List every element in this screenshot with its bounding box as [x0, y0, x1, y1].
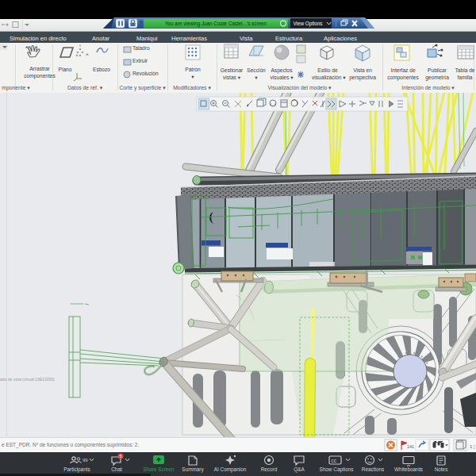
svg-text:You are viewing Juan Cozar Cas: You are viewing Juan Cozar Castel...'s s… [165, 21, 267, 27]
svg-text:cc: cc [332, 458, 337, 463]
svg-text:ado de vista (visual:13E13050): ado de vista (visual:13E13050) [0, 377, 55, 382]
svg-text:Summary: Summary [182, 466, 204, 473]
svg-text:141: 141 [407, 444, 414, 449]
svg-text:Whiteboards: Whiteboards [394, 466, 423, 472]
svg-text:Share Screen: Share Screen [143, 466, 175, 472]
svg-text:Chat: Chat [111, 466, 122, 472]
svg-text:99: 99 [83, 458, 88, 463]
svg-text:Record: Record [261, 466, 278, 472]
svg-text:AI Companion: AI Companion [214, 466, 247, 473]
svg-text:Show Captions: Show Captions [320, 466, 354, 473]
svg-text:Q&A: Q&A [294, 466, 305, 473]
svg-text:Participants: Participants [63, 466, 90, 473]
svg-text:Notes: Notes [435, 466, 448, 472]
svg-text:View Options: View Options [294, 21, 323, 27]
svg-text:1 ¦: 1 ¦ [470, 444, 475, 449]
svg-text:Reactions: Reactions [362, 466, 384, 472]
